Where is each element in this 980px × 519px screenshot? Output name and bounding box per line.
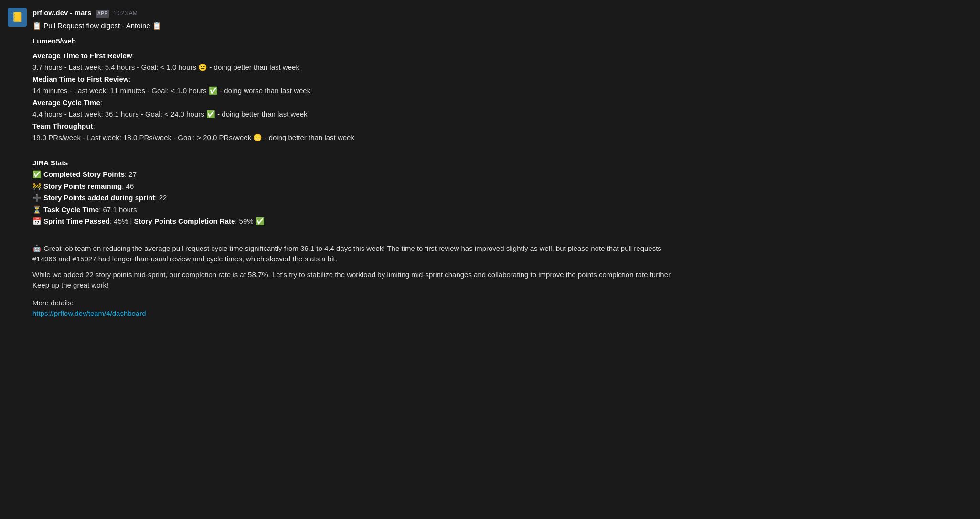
jira-stat-5-label-1: Sprint Time Passed (43, 217, 110, 225)
metric-2-value: 14 minutes - Last week: 11 minutes - Goa… (32, 86, 676, 97)
app-badge: APP (96, 10, 109, 18)
jira-stat-3-label: Story Points added during sprint (43, 194, 155, 202)
metric-1-label: Average Time to First Review (32, 52, 132, 60)
jira-stat-5: 📅 Sprint Time Passed: 45% | Story Points… (32, 216, 676, 227)
more-details: More details: https://prflow.dev/team/4/… (32, 298, 676, 319)
message-content: Lumen5/web Average Time to First Review:… (32, 36, 676, 319)
jira-stat-4-label: Task Cycle Time (43, 205, 99, 214)
timestamp: 10:23 AM (113, 9, 138, 18)
jira-stat-4-icon: ⏳ (32, 205, 42, 216)
jira-stat-1-icon: ✅ (32, 169, 42, 180)
message-header: prflow.dev - mars APP 10:23 AM (32, 8, 676, 19)
jira-stat-1: ✅ Completed Story Points: 27 (32, 169, 676, 180)
jira-stat-3-icon: ➕ (32, 193, 42, 204)
jira-stat-3: ➕ Story Points added during sprint: 22 (32, 193, 676, 204)
metric-3-label: Average Cycle Time (32, 98, 100, 107)
avatar: 📒 (8, 8, 27, 27)
commentary-line-2: While we added 22 story points mid-sprin… (32, 270, 676, 291)
metric-4-label: Team Throughput (32, 122, 93, 130)
jira-stat-5-value-2: : 59% ✅ (235, 217, 265, 225)
jira-stat-5-icon: 📅 (32, 216, 42, 227)
jira-stat-1-value: : 27 (125, 170, 137, 178)
message-title: 📋 Pull Request flow digest - Antoine 📋 (32, 21, 676, 32)
more-details-label: More details: (32, 298, 676, 309)
metric-4-colon: : (93, 122, 95, 130)
message-body: prflow.dev - mars APP 10:23 AM 📋 Pull Re… (32, 8, 676, 319)
message-container: 📒 prflow.dev - mars APP 10:23 AM 📋 Pull … (8, 8, 676, 319)
metric-3: Average Cycle Time: 4.4 hours - Last wee… (32, 97, 676, 120)
metric-4-value: 19.0 PRs/week - Last week: 18.0 PRs/week… (32, 132, 676, 143)
metric-4: Team Throughput: 19.0 PRs/week - Last we… (32, 121, 676, 143)
jira-stat-5-label-2: Story Points Completion Rate (134, 217, 235, 225)
jira-stat-3-value: : 22 (155, 194, 167, 202)
jira-stat-4: ⏳ Task Cycle Time: 67.1 hours (32, 205, 676, 216)
metric-1-colon: : (132, 52, 134, 60)
jira-title: JIRA Stats (32, 158, 676, 169)
sender-name: prflow.dev - mars (32, 8, 92, 19)
jira-stat-2-value: : 46 (122, 182, 134, 190)
commentary-line-1: 🤖 Great job team on reducing the average… (32, 243, 676, 265)
metric-1: Average Time to First Review: 3.7 hours … (32, 51, 676, 73)
metric-1-value: 3.7 hours - Last week: 5.4 hours - Goal:… (32, 62, 676, 73)
repo-name: Lumen5/web (32, 36, 676, 47)
metric-3-colon: : (100, 98, 102, 107)
metric-2: Median Time to First Review: 14 minutes … (32, 74, 676, 97)
jira-stat-2-label: Story Points remaining (43, 182, 122, 190)
metric-2-colon: : (128, 75, 130, 83)
avatar-icon: 📒 (11, 10, 23, 24)
jira-stat-5-value-1: : 45% | (110, 217, 134, 225)
jira-stat-4-value: : 67.1 hours (99, 205, 137, 214)
jira-stat-2: 🚧 Story Points remaining: 46 (32, 181, 676, 192)
jira-stat-2-icon: 🚧 (32, 181, 42, 192)
commentary-block: 🤖 Great job team on reducing the average… (32, 243, 676, 291)
metric-2-label: Median Time to First Review (32, 75, 128, 83)
more-details-link[interactable]: https://prflow.dev/team/4/dashboard (32, 309, 146, 317)
metric-3-value: 4.4 hours - Last week: 36.1 hours - Goal… (32, 109, 676, 120)
jira-stat-1-label: Completed Story Points (43, 170, 125, 178)
